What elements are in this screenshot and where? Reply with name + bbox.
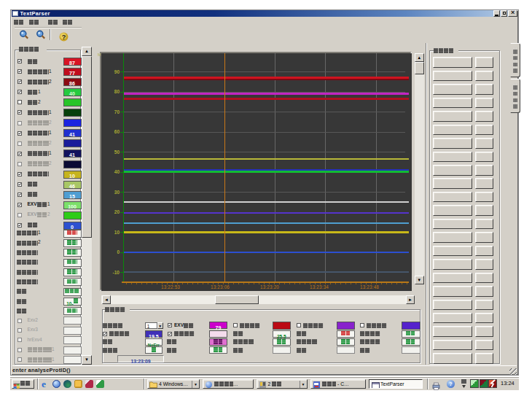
svg-text:?: ? bbox=[62, 33, 66, 40]
